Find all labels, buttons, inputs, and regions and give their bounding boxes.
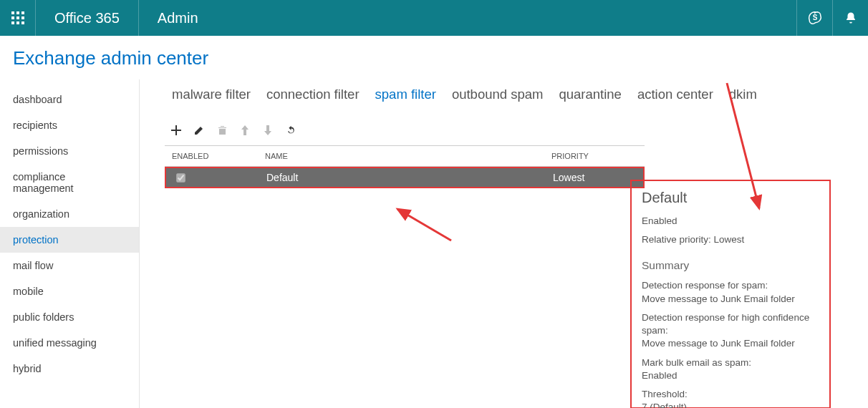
nav-item-dashboard[interactable]: dashboard [0,87,139,112]
policy-table: ENABLED NAME PRIORITY Default Lowest [165,145,645,188]
nav-item-mail-flow[interactable]: mail flow [0,253,139,278]
nav-item-recipients[interactable]: recipients [0,112,139,138]
left-nav: dashboardrecipientspermissionscompliance… [0,79,140,408]
nav-item-protection[interactable]: protection [0,227,139,253]
details-priority: Relative priority: Lowest [642,233,819,246]
details-pane: Default Enabled Relative priority: Lowes… [630,180,831,408]
notification-bell-icon[interactable] [832,0,868,36]
skype-icon[interactable]: S [796,0,832,36]
table-row[interactable]: Default Lowest [165,167,645,188]
tab-outbound-spam[interactable]: outbound spam [452,87,544,102]
move-up-button [238,124,251,137]
col-priority: PRIORITY [551,152,645,160]
tab-quarantine[interactable]: quarantine [559,87,621,102]
add-button[interactable] [170,124,183,137]
refresh-button[interactable] [284,124,297,137]
nav-item-public-folders[interactable]: public folders [0,304,139,330]
brand-label[interactable]: Office 365 [36,0,139,36]
summary-heading: Summary [642,259,819,272]
svg-rect-3 [11,16,14,19]
summary-line: Detection response for high confidence s… [642,311,819,351]
tab-bar: malware filterconnection filterspam filt… [161,79,868,124]
nav-item-organization[interactable]: organization [0,201,139,227]
tab-dkim[interactable]: dkim [729,87,757,102]
nav-item-permissions[interactable]: permissions [0,138,139,164]
summary-line: Mark bulk email as spam:Enabled [642,356,819,382]
annotation-arrow-icon [390,205,455,244]
page-title: Exchange admin center [0,36,868,79]
tab-connection-filter[interactable]: connection filter [266,87,360,102]
nav-item-mobile[interactable]: mobile [0,278,139,304]
svg-text:S: S [812,14,817,21]
summary-line: Threshold:7 (Default) [642,388,819,408]
summary-line: Detection response for spam:Move message… [642,279,819,305]
svg-rect-0 [11,11,14,14]
top-bar: Office 365 Admin S [0,0,868,36]
nav-item-hybrid[interactable]: hybrid [0,356,139,382]
tab-malware-filter[interactable]: malware filter [172,87,251,102]
svg-rect-7 [16,21,19,24]
tab-action-center[interactable]: action center [637,87,713,102]
col-name: NAME [265,152,551,160]
nav-item-unified-messaging[interactable]: unified messaging [0,330,139,356]
move-down-button [261,124,274,137]
app-name: Admin [139,10,198,26]
tab-spam-filter[interactable]: spam filter [375,87,436,102]
row-enabled-checkbox[interactable] [176,173,185,183]
details-title: Default [642,190,819,206]
svg-line-10 [397,209,451,241]
details-status: Enabled [642,215,819,228]
svg-rect-6 [11,21,14,24]
svg-rect-5 [21,16,24,19]
svg-rect-1 [16,11,19,14]
col-enabled: ENABLED [172,152,265,160]
delete-button [216,124,228,137]
table-header: ENABLED NAME PRIORITY [165,146,645,167]
nav-item-compliance-management[interactable]: compliance management [0,164,139,201]
row-name: Default [266,172,553,183]
toolbar [161,124,868,145]
svg-rect-4 [16,16,19,19]
svg-rect-2 [21,11,24,14]
svg-rect-8 [21,21,24,24]
edit-button[interactable] [193,124,206,137]
app-launcher-icon[interactable] [0,0,36,36]
